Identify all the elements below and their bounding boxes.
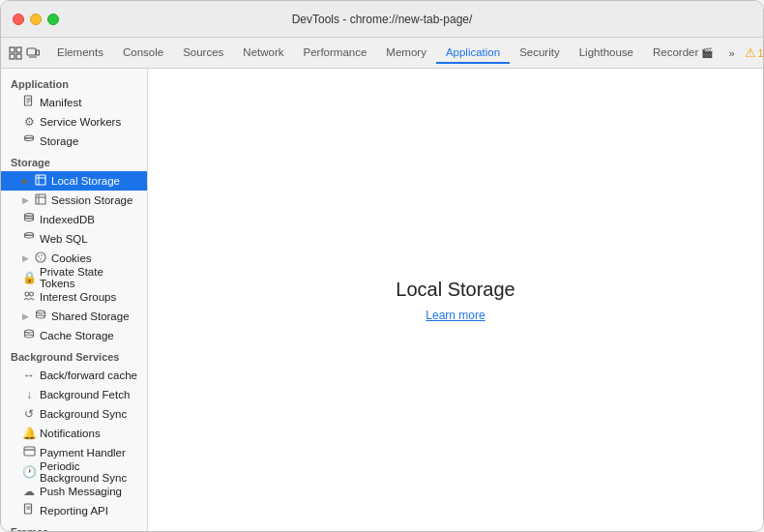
svg-point-28 (25, 292, 29, 296)
inspect-element-button[interactable] (9, 43, 22, 64)
maximize-button[interactable] (47, 14, 59, 25)
title-bar: DevTools - chrome://new-tab-page/ (1, 1, 763, 38)
cookies-icon (34, 251, 47, 266)
shared-storage-arrow: ▶ (22, 311, 29, 321)
svg-point-31 (37, 315, 45, 318)
local-storage-icon (34, 174, 47, 189)
svg-rect-34 (24, 447, 35, 456)
session-storage-arrow: ▶ (22, 195, 29, 205)
svg-point-27 (40, 258, 42, 260)
window-title: DevTools - chrome://new-tab-page/ (292, 13, 473, 26)
reporting-api-label: Reporting API (40, 505, 141, 517)
push-messaging-label: Push Messaging (40, 486, 141, 497)
svg-point-32 (25, 330, 34, 333)
svg-rect-4 (27, 48, 36, 55)
sidebar-item-cache-storage[interactable]: Cache Storage (1, 326, 147, 345)
tab-security[interactable]: Security (510, 43, 570, 64)
content-title: Local Storage (396, 279, 514, 301)
warnings-count: 1 (758, 47, 764, 59)
private-state-tokens-label: Private State Tokens (40, 266, 141, 289)
device-mode-button[interactable] (26, 43, 40, 64)
svg-point-29 (30, 292, 34, 296)
svg-rect-13 (36, 175, 45, 185)
shared-storage-label: Shared Storage (51, 310, 141, 322)
tab-elements[interactable]: Elements (47, 43, 113, 64)
web-sql-label: Web SQL (40, 233, 141, 245)
sidebar-item-session-storage[interactable]: ▶ Session Storage (1, 191, 147, 210)
storage-app-label: Storage (40, 135, 141, 147)
close-button[interactable] (13, 14, 24, 25)
minimize-button[interactable] (30, 14, 42, 25)
sidebar-item-private-state-tokens[interactable]: 🔒 Private State Tokens (1, 268, 147, 287)
section-label-application: Application (1, 73, 147, 93)
sidebar-item-storage-app[interactable]: Storage (1, 132, 147, 151)
sidebar-item-manifest[interactable]: Manifest (1, 93, 147, 112)
service-workers-label: Service Workers (40, 116, 141, 128)
svg-point-26 (41, 254, 43, 256)
svg-rect-1 (16, 47, 21, 52)
sidebar-item-local-storage[interactable]: ▶ Local Storage (1, 171, 147, 191)
back-forward-cache-label: Back/forward cache (40, 369, 141, 381)
svg-point-23 (25, 235, 34, 238)
svg-point-21 (25, 219, 34, 222)
shared-storage-icon (34, 309, 47, 324)
section-label-storage: Storage (1, 151, 147, 171)
more-tabs-button[interactable]: » (722, 44, 740, 63)
tab-application[interactable]: Application (436, 43, 510, 64)
sidebar-item-reporting-api[interactable]: Reporting API (1, 501, 147, 520)
background-sync-icon: ↺ (22, 407, 36, 421)
section-label-frames: Frames (1, 520, 147, 531)
warnings-badge[interactable]: ⚠ 1 (745, 45, 764, 60)
session-storage-label: Session Storage (51, 194, 141, 206)
sidebar-item-notifications[interactable]: 🔔 Notifications (1, 424, 147, 443)
session-storage-icon (34, 193, 47, 208)
payment-handler-icon (22, 446, 36, 459)
back-forward-cache-icon: ↔ (22, 369, 36, 382)
sidebar-item-cookies[interactable]: ▶ Cookies (1, 249, 147, 268)
sidebar-item-interest-groups[interactable]: Interest Groups (1, 287, 147, 307)
background-fetch-label: Background Fetch (40, 389, 141, 400)
tab-network[interactable]: Network (233, 43, 293, 64)
sidebar-item-service-workers[interactable]: ⚙ Service Workers (1, 112, 147, 132)
indexeddb-label: IndexedDB (40, 214, 141, 225)
tab-lighthouse[interactable]: Lighthouse (570, 43, 643, 64)
notifications-label: Notifications (40, 428, 141, 439)
sidebar-item-back-forward-cache[interactable]: ↔ Back/forward cache (1, 366, 147, 385)
cache-storage-icon (22, 328, 36, 343)
tab-memory[interactable]: Memory (376, 43, 436, 64)
sidebar-item-shared-storage[interactable]: ▶ Shared Storage (1, 307, 147, 326)
learn-more-link[interactable]: Learn more (426, 309, 485, 322)
local-storage-label: Local Storage (51, 175, 141, 187)
interest-groups-label: Interest Groups (40, 291, 141, 303)
sidebar-item-background-fetch[interactable]: ↓ Background Fetch (1, 385, 147, 404)
sidebar-item-web-sql[interactable]: Web SQL (1, 229, 147, 249)
svg-rect-0 (10, 47, 15, 52)
sidebar-item-periodic-bg-sync[interactable]: 🕐 Periodic Background Sync (1, 462, 147, 482)
toolbar: Elements Console Sources Network Perform… (1, 38, 763, 69)
cookies-label: Cookies (51, 252, 141, 264)
sidebar-item-payment-handler[interactable]: Payment Handler (1, 443, 147, 462)
periodic-bg-sync-icon: 🕐 (22, 465, 36, 479)
tab-sources[interactable]: Sources (173, 43, 233, 64)
svg-rect-16 (36, 194, 45, 204)
manifest-icon (22, 95, 36, 110)
cookies-arrow: ▶ (22, 253, 29, 263)
section-label-bg-services: Background Services (1, 345, 147, 366)
sidebar-item-background-sync[interactable]: ↺ Background Sync (1, 404, 147, 424)
tab-performance[interactable]: Performance (294, 43, 377, 64)
tab-recorder[interactable]: Recorder 🎬 (643, 43, 723, 64)
svg-point-33 (25, 335, 34, 338)
periodic-bg-sync-label: Periodic Background Sync (40, 460, 141, 484)
service-workers-icon: ⚙ (22, 115, 36, 129)
toolbar-right: ⚠ 1 💬 3 ⚙ ⋮ (745, 43, 764, 64)
background-fetch-icon: ↓ (22, 388, 36, 401)
sidebar-item-push-messaging[interactable]: ☁ Push Messaging (1, 482, 147, 501)
svg-rect-5 (37, 50, 40, 55)
interest-groups-icon (22, 290, 36, 305)
local-storage-arrow: ▶ (22, 176, 29, 186)
sidebar-item-indexeddb[interactable]: IndexedDB (1, 210, 147, 229)
private-state-tokens-icon: 🔒 (22, 271, 36, 284)
svg-rect-3 (16, 54, 21, 59)
reporting-api-icon (22, 503, 36, 518)
tab-console[interactable]: Console (113, 43, 173, 64)
